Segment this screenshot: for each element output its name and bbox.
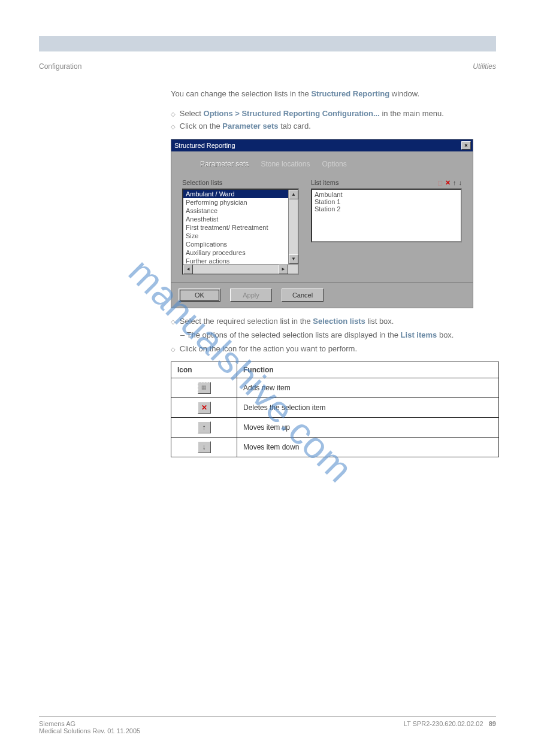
move-down-icon[interactable]: ↓ [459, 180, 463, 186]
th-icon: Icon [171, 362, 237, 378]
move-up-icon[interactable]: ↑ [453, 180, 457, 186]
selection-lists-listbox[interactable]: Ambulant / Ward Performing physician Ass… [182, 189, 299, 275]
icon-table-block: Icon Function ▦ Adds new item ✕ Deletes … [39, 362, 496, 457]
p1-suffix: list box. [365, 317, 394, 326]
dialog-title: Structured Reporting [174, 142, 235, 149]
list-items-label-row: List items ◻ ✕ ↑ ↓ [311, 179, 462, 186]
step-2-prefix: Click on the [180, 122, 223, 130]
step-2-suffix: tab card. [279, 122, 311, 130]
list-item[interactable]: Auxiliary procedures [183, 248, 298, 257]
post-steps: Select the required selection list in th… [39, 317, 496, 353]
horizontal-scrollbar[interactable]: ◄ ► [183, 264, 298, 274]
table-row: ↑ Moves item up [171, 418, 499, 438]
p2-prefix: The options of the selected selection li… [187, 330, 401, 339]
scroll-up-icon[interactable]: ▲ [289, 190, 298, 199]
post-step-3: Click on the icon for the action you wan… [171, 344, 496, 353]
intro-prefix: You can change the selection lists in th… [171, 89, 311, 98]
result-line: The options of the selected selection li… [180, 330, 496, 339]
list-items-column: List items ◻ ✕ ↑ ↓ Ambulant Station 1 [311, 179, 462, 275]
ok-button[interactable]: OK [179, 289, 220, 302]
p1-prefix: Select the required selection list in th… [180, 317, 313, 326]
list-items-listbox[interactable]: Ambulant Station 1 Station 2 [311, 189, 462, 242]
header-bar [39, 36, 496, 51]
step-2-blue: Parameter sets [222, 122, 278, 130]
post-step-1: Select the required selection list in th… [171, 317, 496, 326]
steps-list: Select Options > Structured Reporting Co… [39, 109, 496, 130]
list-item[interactable]: Ambulant / Ward [183, 190, 298, 198]
th-function: Function [237, 362, 499, 378]
list-item[interactable]: First treatment/ Retreatment [183, 223, 298, 232]
step-2: Click on the Parameter sets tab card. [171, 122, 496, 130]
step-1: Select Options > Structured Reporting Co… [171, 109, 496, 118]
delete-item-icon: ✕ [198, 402, 211, 414]
p1-blue: Selection lists [313, 317, 365, 326]
scroll-down-icon[interactable]: ▼ [289, 254, 298, 264]
table-row: ✕ Deletes the selection item [171, 398, 499, 418]
tab-options[interactable]: Options [322, 160, 346, 168]
scroll-left-icon[interactable]: ◄ [183, 265, 193, 274]
p2-suffix: box. [437, 330, 454, 339]
header-row: Configuration Utilities [39, 62, 496, 71]
list-item[interactable]: Performing physician [183, 198, 298, 207]
icon-function-table: Icon Function ▦ Adds new item ✕ Deletes … [171, 362, 499, 457]
selection-list-items: Ambulant / Ward Performing physician Ass… [183, 190, 298, 274]
dialog-footer: OK Apply Cancel [171, 282, 473, 308]
dialog-body: Parameter sets Stone locations Options S… [171, 151, 473, 282]
apply-button[interactable]: Apply [230, 289, 272, 302]
row-function: Moves item up [237, 418, 499, 438]
p3-text: Click on the icon for the action you wan… [180, 344, 357, 353]
footer-right: LT SPR2-230.620.02.02.02 89 [404, 720, 496, 734]
vertical-scrollbar[interactable]: ▲ ▼ [288, 190, 298, 274]
dialog-figure: Structured Reporting × Parameter sets St… [171, 139, 496, 308]
selection-lists-label: Selection lists [182, 179, 299, 186]
move-up-arrow-icon: ↑ [198, 421, 211, 433]
step-1-prefix: Select [180, 109, 204, 118]
footer-docnum: LT SPR2-230.620.02.02.02 [404, 720, 483, 727]
list-item[interactable]: Assistance [183, 207, 298, 215]
add-icon[interactable]: ◻ [437, 180, 443, 186]
tab-parameter-sets[interactable]: Parameter sets [200, 160, 249, 168]
list-item[interactable]: Anesthetist [183, 215, 298, 223]
move-down-arrow-icon: ↓ [198, 441, 211, 453]
p2-blue: List items [401, 330, 437, 339]
list-item[interactable]: Size [183, 232, 298, 240]
list-items-label: List items [311, 179, 338, 186]
intro-paragraph: You can change the selection lists in th… [39, 89, 496, 99]
page-footer: Siemens AG Medical Solutions Rev. 01 11.… [39, 716, 496, 734]
structured-reporting-dialog: Structured Reporting × Parameter sets St… [171, 139, 473, 308]
close-icon[interactable]: × [461, 141, 471, 150]
footer-brand: Siemens AG [39, 720, 75, 727]
list-item[interactable]: Station 1 [315, 198, 458, 205]
scroll-right-icon[interactable]: ► [279, 265, 288, 274]
table-header-row: Icon Function [171, 362, 499, 378]
intro-blue: Structured Reporting [311, 89, 389, 98]
row-function: Moves item down [237, 438, 499, 457]
delete-icon[interactable]: ✕ [445, 180, 451, 186]
selection-lists-column: Selection lists Ambulant / Ward Performi… [182, 179, 299, 275]
list-item[interactable]: Complications [183, 240, 298, 248]
header-left: Configuration [39, 62, 81, 71]
add-new-icon: ▦ [198, 382, 211, 394]
list-item[interactable]: Station 2 [315, 205, 458, 212]
footer-rev: Medical Solutions Rev. 01 11.2005 [39, 727, 140, 734]
list-item[interactable]: Ambulant [315, 191, 458, 198]
header-right: Utilities [473, 62, 496, 71]
footer-pagenum: 89 [489, 720, 496, 727]
table-row: ↓ Moves item down [171, 438, 499, 457]
tab-stone-locations[interactable]: Stone locations [261, 160, 310, 168]
table-row: ▦ Adds new item [171, 378, 499, 398]
cancel-button[interactable]: Cancel [282, 289, 324, 302]
step-1-suffix: in the main menu. [380, 109, 444, 118]
tabs-row: Parameter sets Stone locations Options [182, 160, 462, 168]
step-1-blue: Options > Structured Reporting Configura… [204, 109, 380, 118]
row-function: Deletes the selection item [237, 398, 499, 418]
footer-left: Siemens AG Medical Solutions Rev. 01 11.… [39, 720, 404, 734]
row-function: Adds new item [237, 378, 499, 398]
lists-row: Selection lists Ambulant / Ward Performi… [182, 179, 462, 275]
intro-suffix: window. [389, 89, 419, 98]
page: Configuration Utilities You can change t… [0, 0, 535, 481]
dialog-titlebar[interactable]: Structured Reporting × [171, 139, 473, 151]
list-items-toolbar: ◻ ✕ ↑ ↓ [437, 180, 462, 186]
selection-label-text: Selection lists [182, 179, 222, 186]
